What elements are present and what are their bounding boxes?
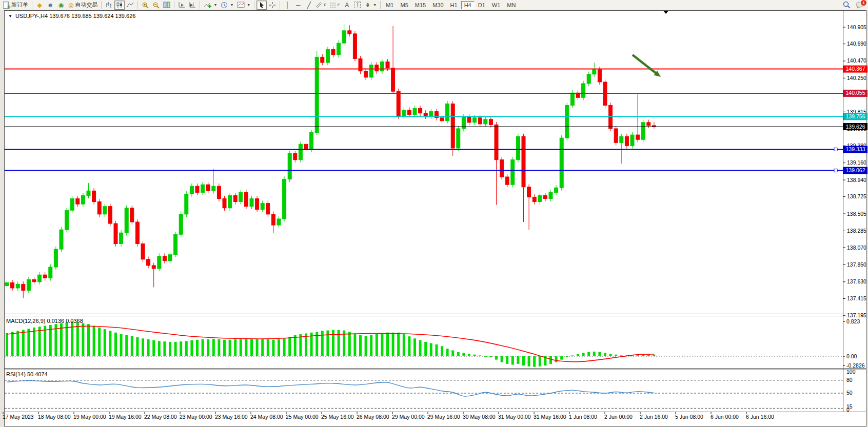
candle-body — [538, 195, 542, 201]
candle-body — [331, 49, 335, 55]
zoom-in-icon — [142, 2, 149, 9]
time-axis-label: 6 Jun 16:00 — [746, 414, 774, 420]
candle-body — [337, 43, 341, 55]
price-tick-label: 140.470 — [847, 57, 866, 64]
candle-body — [473, 118, 477, 123]
arrows-button[interactable]: ▼ — [363, 1, 378, 10]
hline-handle[interactable] — [834, 169, 837, 172]
candle-body — [185, 194, 188, 214]
horizontal-line-button[interactable]: ─ — [293, 1, 303, 10]
channel-button[interactable]: E — [314, 1, 328, 10]
tile-windows-button[interactable] — [162, 1, 172, 10]
candle-body — [217, 186, 221, 198]
line-chart-icon — [127, 2, 134, 8]
terminal-button[interactable]: ☻ — [45, 1, 55, 10]
timeframe-H4[interactable]: H4 — [461, 1, 475, 9]
candle-body — [125, 208, 128, 233]
new-order-button[interactable]: + 新订单 — [2, 1, 30, 10]
zoom-in-button[interactable] — [140, 1, 150, 10]
timeframe-M30[interactable]: M30 — [429, 1, 446, 9]
time-axis-label: 29 May 00:00 — [392, 414, 425, 420]
text-button[interactable]: A — [342, 1, 352, 10]
candle-body — [375, 65, 379, 71]
auto-trading-label: 自动交易 — [75, 1, 97, 9]
candle-body — [625, 136, 628, 146]
toolbar-right-group: 1 — [841, 1, 865, 10]
channel-label: E — [324, 3, 326, 7]
rsi-indicator-label: RSI(14) 50.4074 — [6, 371, 48, 377]
price-tick-label: 138.505 — [847, 211, 866, 217]
chart-shift-button[interactable] — [187, 1, 198, 10]
price-badge-label: 139.626 — [846, 124, 865, 130]
price-badge-label: 139.062 — [846, 167, 865, 173]
timeframe-MN[interactable]: MN — [504, 1, 519, 9]
candle-body — [598, 70, 601, 82]
candle-body — [114, 223, 117, 243]
candle-body — [32, 279, 36, 282]
hline-handle[interactable] — [834, 148, 837, 151]
candle-body — [369, 65, 373, 77]
auto-scroll-icon — [178, 2, 185, 8]
candle-body — [587, 74, 590, 84]
candle-body — [22, 284, 25, 290]
candle-body — [620, 136, 623, 143]
candle-body — [179, 214, 183, 234]
candle-body — [223, 198, 226, 208]
auto-trading-button[interactable]: ◎ 自动交易 — [67, 1, 99, 10]
timeframe-M1[interactable]: M1 — [383, 1, 397, 9]
search-button[interactable] — [841, 1, 852, 10]
zoom-out-button[interactable] — [151, 1, 161, 10]
toolbar-separator — [137, 1, 138, 9]
candle-body — [478, 118, 482, 124]
bar-chart-button[interactable] — [104, 1, 114, 10]
trendline-button[interactable]: ╱ — [304, 1, 314, 10]
candle-body — [310, 133, 313, 150]
candle-body — [397, 91, 400, 116]
navigator-button[interactable]: ◉ — [56, 1, 66, 10]
price-badge-label: 139.756 — [846, 113, 865, 119]
horizontal-line-icon: ─ — [296, 2, 301, 8]
timeframe-W1[interactable]: W1 — [489, 1, 504, 9]
symbols-button[interactable]: ◆ — [34, 1, 45, 10]
clock-icon — [221, 2, 228, 9]
line-chart-button[interactable] — [125, 1, 135, 10]
candle-body — [277, 219, 281, 225]
chart-dropdown-icon[interactable]: ▼ — [8, 14, 12, 18]
bar-chart-icon — [105, 2, 112, 8]
candle-body — [326, 49, 329, 63]
templates-button[interactable]: ▼ — [235, 1, 252, 10]
candle-body — [168, 255, 172, 261]
candle-body — [195, 186, 199, 192]
candle-body — [293, 154, 297, 160]
candlestick-chart-button[interactable] — [114, 1, 125, 10]
vertical-line-button[interactable]: │ — [282, 1, 292, 10]
notifications-button[interactable]: 1 — [854, 1, 865, 10]
fibonacci-button[interactable]: F — [328, 1, 341, 10]
crosshair-button[interactable] — [267, 1, 278, 10]
candle-body — [130, 208, 134, 222]
vertical-line-icon: │ — [286, 2, 290, 8]
candle-body — [543, 195, 547, 198]
candle-body — [315, 57, 319, 132]
toolbar: + 新订单 ◆ ☻ ◉ ◎ 自动交易 ▼ ▼ ▼ │ ─ ╱ E F A T ▼… — [0, 0, 868, 10]
candle-body — [157, 256, 161, 269]
periods-button[interactable]: ▼ — [219, 1, 235, 10]
time-axis-label: 2 Jun 00:00 — [604, 414, 633, 420]
price-tick-label: 137.630 — [847, 278, 866, 284]
timeframe-H1[interactable]: H1 — [447, 1, 461, 9]
time-axis-label: 22 May 08:00 — [144, 414, 177, 420]
timeframe-D1[interactable]: D1 — [475, 1, 488, 9]
auto-scroll-button[interactable] — [176, 1, 187, 10]
candle-body — [321, 57, 324, 63]
candle-body — [81, 195, 85, 204]
text-label-button[interactable]: T — [352, 1, 363, 10]
price-tick-label: 140.690 — [847, 40, 866, 47]
dropdown-arrow-icon: ▼ — [247, 3, 250, 7]
time-axis-label: 19 May 16:00 — [109, 414, 142, 420]
cursor-button[interactable] — [257, 1, 267, 10]
chart-canvas[interactable]: 140.905140.690140.470140.250140.035139.8… — [0, 0, 868, 427]
indicators-button[interactable]: ▼ — [202, 1, 219, 10]
timeframe-M15[interactable]: M15 — [412, 1, 429, 9]
price-tick-label: 137.415 — [847, 295, 866, 301]
timeframe-M5[interactable]: M5 — [397, 1, 411, 9]
